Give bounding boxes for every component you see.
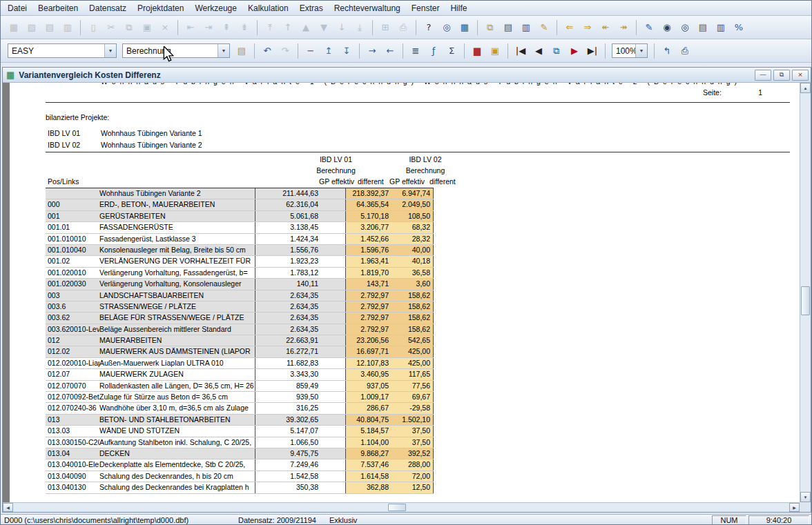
doc-list-icon[interactable]: ▥ xyxy=(518,19,534,35)
remove-position-icon[interactable]: − xyxy=(302,43,319,59)
doc-edit-icon[interactable]: ✎ xyxy=(536,19,552,35)
row-pos: 013.04 xyxy=(46,448,99,459)
table-row: 001.01FASSADENGERÜSTE3.138,453.206,7768,… xyxy=(46,222,434,233)
print-report-icon[interactable]: ⎙ xyxy=(677,43,693,59)
percent-icon[interactable]: % xyxy=(731,19,747,35)
row-description: MAUERARBEITEN xyxy=(99,335,255,346)
next-page-icon[interactable]: ▶ xyxy=(566,43,583,59)
catalog-icon[interactable]: ▥ xyxy=(713,19,729,35)
row-pos: 013.040010-Elementdeck xyxy=(46,459,99,470)
search-icon[interactable]: ◉ xyxy=(659,19,675,35)
restore-button[interactable]: ⧉ xyxy=(773,70,790,81)
menu-item-werkzeuge[interactable]: Werkzeuge xyxy=(189,2,242,14)
close-preview-icon[interactable]: ↰ xyxy=(659,43,675,59)
library-icon[interactable]: ▤ xyxy=(695,19,711,35)
table-view-icon[interactable]: ▦ xyxy=(456,19,473,35)
row-different-lv01 xyxy=(320,437,345,448)
row-gp-effektiv-lv01: 939,50 xyxy=(255,392,320,402)
row-different-lv01 xyxy=(320,358,345,368)
table-row: 013.040010-ElementdeckDeckenplatte als E… xyxy=(46,459,434,470)
prev-page-icon[interactable]: ◀ xyxy=(530,43,547,59)
copy-pages-icon[interactable]: ⧉ xyxy=(548,43,565,59)
row-description: Verlängerung Vorhaltung, Konsolenauslege… xyxy=(99,279,255,289)
row-pos: 013.040130 xyxy=(46,482,99,493)
chevron-down-icon[interactable]: ▼ xyxy=(104,44,116,57)
scroll-down-icon[interactable]: ▼ xyxy=(800,492,811,502)
menu-item-rechteverwaltung[interactable]: Rechteverwaltung xyxy=(329,2,406,14)
row-pos: 013 xyxy=(46,415,99,425)
menu-item-datensatz[interactable]: Datensatz xyxy=(84,2,132,14)
transfer-left-icon[interactable]: ⇐ xyxy=(561,19,578,35)
table-row: 001.020030Verlängerung Vorhaltung, Konso… xyxy=(46,279,434,290)
minimize-button[interactable]: — xyxy=(755,70,771,81)
doc-open-icon[interactable]: ▤ xyxy=(500,19,516,35)
toolbar-separator xyxy=(464,43,465,59)
insert-above-icon[interactable]: ↥ xyxy=(320,43,337,59)
table-row: 001.010040Konsolenausleger mit Belag, Br… xyxy=(46,245,434,256)
level-down-icon: ⇟ xyxy=(236,19,253,35)
chart-icon[interactable]: ▆ xyxy=(469,43,485,59)
row-gp-effektiv-lv02: 7.537,46 xyxy=(345,459,391,470)
table-new-icon: ▦ xyxy=(6,19,22,35)
list-icon[interactable]: ≣ xyxy=(407,43,424,59)
menu-item-projektdaten[interactable]: Projektdaten xyxy=(132,2,189,14)
undo-icon[interactable]: ↶ xyxy=(259,43,276,59)
menu-item-kalkulation[interactable]: Kalkulation xyxy=(242,2,294,14)
document-viewport: Wohnhaus Tübingen Variante 1 (Berechnung… xyxy=(3,83,811,512)
assign-right-icon[interactable]: → xyxy=(364,43,380,59)
vertical-scroll-thumb[interactable] xyxy=(801,286,810,315)
berechnung-combobox[interactable]: Berechnung▼ xyxy=(122,43,230,58)
chevron-down-icon[interactable]: ▼ xyxy=(635,44,647,57)
scroll-right-icon[interactable]: ▶ xyxy=(789,503,800,512)
toolbar-separator xyxy=(254,43,255,59)
formula-icon[interactable]: ƒ xyxy=(425,43,442,59)
row-different-lv01 xyxy=(320,426,345,436)
scroll-left-icon[interactable]: ◀ xyxy=(3,503,13,512)
cut-icon: ✂ xyxy=(103,19,119,35)
horizontal-scroll-thumb[interactable] xyxy=(388,504,406,511)
document-titlebar: ▦ Variantenvergleich Kosten Differenz — … xyxy=(3,68,811,83)
move-bottom-icon: ⤓ xyxy=(351,19,368,35)
table-row: 001.02VERLÄNGERUNG DER VORHALTEZEIT FÜR1… xyxy=(46,256,434,267)
easy-combobox[interactable]: EASY▼ xyxy=(8,43,117,58)
row-gp-effektiv-lv01: 11.682,83 xyxy=(255,358,320,368)
transfer-right-icon[interactable]: ⇒ xyxy=(579,19,596,35)
toolbar-separator xyxy=(372,20,373,35)
application-window: DateiBearbeitenDatensatzProjektdatenWerk… xyxy=(0,0,812,525)
menu-item-datei[interactable]: Datei xyxy=(2,2,32,14)
project-code: IBD LV 01 xyxy=(48,129,80,138)
row-gp-effektiv-lv02: 2.792,97 xyxy=(345,324,391,335)
open-folder-icon[interactable]: ▤ xyxy=(233,43,250,59)
row-pos: 012 xyxy=(46,335,99,346)
close-button[interactable]: × xyxy=(792,70,809,81)
menu-item-extras[interactable]: Extras xyxy=(294,2,329,14)
project-name: Wohnhaus Tübingen Variante 2 xyxy=(101,141,202,150)
table-row: 013.040130Schalung des Deckenrandes bei … xyxy=(46,482,434,493)
menu-item-bearbeiten[interactable]: Bearbeiten xyxy=(32,2,84,14)
sum-icon[interactable]: Σ xyxy=(443,43,460,59)
doc-forward-icon[interactable]: ⧉ xyxy=(482,19,499,35)
scroll-up-icon[interactable]: ▲ xyxy=(800,83,811,93)
edit-record-icon[interactable]: ✎ xyxy=(641,19,657,35)
menu-item-fenster[interactable]: Fenster xyxy=(406,2,445,14)
last-page-icon[interactable]: ▶| xyxy=(584,43,601,59)
row-gp-effektiv-lv01: 39.302,65 xyxy=(255,415,320,425)
row-different-lv01 xyxy=(320,268,345,278)
insert-below-icon[interactable]: ↧ xyxy=(338,43,355,59)
table-row: 012.02MAUERWERK AUS DÄMMSTEINEN (LIAPOR1… xyxy=(46,346,434,357)
row-different-lv01 xyxy=(320,256,345,266)
vertical-scrollbar[interactable]: ▲ ▼ xyxy=(800,83,811,502)
help-icon[interactable]: ? xyxy=(420,19,437,35)
assign-left-icon[interactable]: ← xyxy=(382,43,398,59)
zoom-icon[interactable]: ◎ xyxy=(438,19,455,35)
chevron-down-icon[interactable]: ▼ xyxy=(218,44,229,57)
transfer-all-right-icon[interactable]: ↠ xyxy=(615,19,632,35)
horizontal-scrollbar[interactable]: ◀ ▶ xyxy=(3,502,800,512)
search-next-icon[interactable]: ◎ xyxy=(677,19,693,35)
transfer-all-left-icon[interactable]: ↞ xyxy=(597,19,614,35)
row-description: MAUERWERK ZULAGEN xyxy=(99,369,255,379)
cube-icon[interactable]: ▣ xyxy=(487,43,503,59)
menu-item-hilfe[interactable]: Hilfe xyxy=(445,2,472,14)
first-page-icon[interactable]: |◀ xyxy=(512,43,529,59)
zoom-combobox[interactable]: 100%▼ xyxy=(612,43,648,58)
